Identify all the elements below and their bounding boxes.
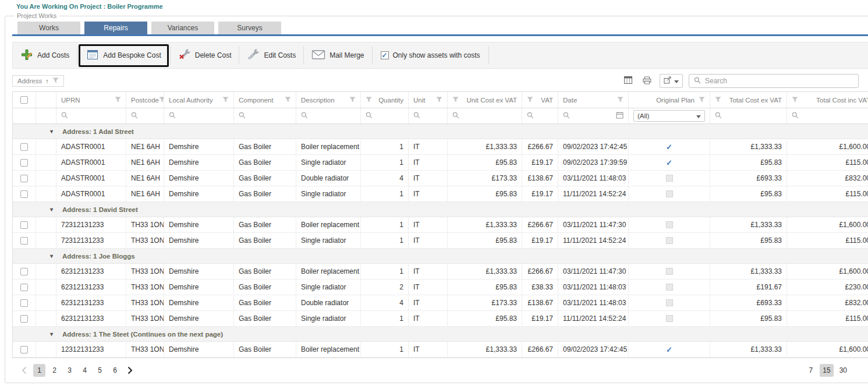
table-row[interactable]: 72312131233TH33 1ONDemshireGas BoilerSin…	[13, 233, 868, 249]
column-header-authority[interactable]: Local Authority	[164, 92, 234, 108]
select-all-checkbox[interactable]	[20, 96, 28, 104]
filter-icon-component[interactable]	[285, 97, 291, 104]
filter-cell-date[interactable]	[558, 108, 629, 123]
filter-icon-uprn[interactable]	[115, 97, 121, 104]
table-row[interactable]: 62312131233TH33 1ONDemshireGas BoilerDou…	[13, 295, 868, 311]
table-row[interactable]: 62312131233TH33 1ONDemshireGas BoilerSin…	[13, 311, 868, 327]
cell-original_plan[interactable]: ✓	[629, 139, 710, 155]
page-size-30[interactable]: 30	[837, 364, 850, 377]
original-plan-filter-dropdown[interactable]: (All)	[633, 110, 705, 122]
row-select-checkbox[interactable]	[20, 315, 28, 323]
cell-original_plan[interactable]	[629, 295, 710, 311]
filter-icon-postcode[interactable]	[159, 97, 164, 104]
row-select-checkbox[interactable]	[20, 268, 28, 275]
row-select-checkbox[interactable]	[20, 190, 28, 198]
column-header-unit[interactable]: Unit	[409, 92, 448, 108]
row-select-checkbox[interactable]	[20, 175, 28, 182]
filter-icon-authority[interactable]	[222, 97, 229, 104]
group-by-chip[interactable]: Address ↑	[12, 75, 64, 87]
print-button[interactable]	[640, 74, 654, 88]
pager-page-2[interactable]: 2	[48, 364, 61, 377]
table-row[interactable]: ADASTR0001NE1 6AHDemshireGas BoilerBoile…	[13, 139, 868, 155]
table-row[interactable]: ADASTR0001NE1 6AHDemshireGas BoilerSingl…	[13, 155, 868, 171]
only-show-assets-checkbox[interactable]: ✓Only show assets with costs	[373, 51, 488, 59]
pager-page-3[interactable]: 3	[63, 364, 76, 377]
pager-page-6[interactable]: 6	[109, 364, 121, 377]
funnel-icon[interactable]	[52, 77, 59, 84]
row-select-checkbox[interactable]	[20, 159, 28, 167]
collapse-arrow-icon[interactable]: ▾	[50, 206, 53, 213]
cell-original_plan[interactable]: ✓	[629, 155, 710, 171]
column-header-quantity[interactable]: Quantity	[361, 92, 409, 108]
row-select-checkbox[interactable]	[20, 346, 28, 353]
cell-original_plan[interactable]: ✓	[629, 342, 710, 358]
cell-original_plan[interactable]	[629, 280, 710, 295]
row-select-checkbox[interactable]	[20, 143, 28, 151]
tab-variances[interactable]: Variances	[151, 22, 214, 34]
pager-page-4[interactable]: 4	[79, 364, 91, 377]
table-row[interactable]: 12312131233TH33 1ONDemshireGas BoilerBoi…	[13, 342, 868, 358]
filter-cell-component[interactable]	[234, 108, 296, 123]
filter-icon-total_inc[interactable]	[792, 97, 798, 104]
pager-next-button[interactable]	[124, 366, 136, 374]
group-row[interactable]: ▾Address: 1 Adal Street	[13, 124, 868, 139]
column-header-component[interactable]: Component	[234, 92, 296, 108]
table-row[interactable]: ADASTR0001NE1 6AHDemshireGas BoilerDoubl…	[13, 171, 868, 186]
collapse-arrow-icon[interactable]: ▾	[50, 128, 53, 135]
search-input[interactable]	[705, 77, 853, 85]
cell-original_plan[interactable]	[629, 233, 710, 249]
filter-cell-description[interactable]	[296, 108, 361, 123]
delete-cost-button[interactable]: Delete Cost	[171, 45, 239, 66]
tab-surveys[interactable]: Surveys	[218, 22, 281, 34]
tab-works[interactable]: Works	[17, 22, 80, 34]
group-row[interactable]: ▾Address: 1 David Street	[13, 202, 868, 217]
table-row[interactable]: ADASTR0001NE1 6AHDemshireGas BoilerSingl…	[13, 186, 868, 202]
sort-asc-icon[interactable]: ↑	[45, 77, 49, 84]
column-chooser-button[interactable]	[622, 74, 635, 88]
table-row[interactable]: 62312131233TH33 1ONDemshireGas BoilerSin…	[13, 280, 868, 295]
add-bespoke-cost-button[interactable]: Add Bespoke Cost	[79, 44, 168, 67]
cell-original_plan[interactable]	[629, 171, 710, 186]
filter-icon-quantity[interactable]	[366, 97, 372, 104]
filter-icon-description[interactable]	[349, 97, 356, 104]
column-header-uprn[interactable]: UPRN	[56, 92, 126, 108]
filter-icon-original_plan[interactable]	[699, 97, 705, 104]
cell-original_plan[interactable]	[629, 311, 710, 327]
filter-cell-total_inc[interactable]	[787, 108, 868, 123]
pager-page-5[interactable]: 5	[94, 364, 106, 377]
filter-icon-vat[interactable]	[527, 97, 533, 104]
filter-cell-total_ex[interactable]	[710, 108, 787, 123]
column-header-date[interactable]: Date	[558, 92, 629, 108]
filter-cell-postcode[interactable]	[126, 108, 164, 123]
table-row[interactable]: 62312131233TH33 1ONDemshireGas BoilerBoi…	[13, 264, 868, 280]
row-select-checkbox[interactable]	[20, 237, 28, 245]
filter-icon-unit[interactable]	[436, 97, 442, 104]
row-select-checkbox[interactable]	[20, 284, 28, 291]
column-header-unit_cost[interactable]: Unit Cost ex VAT	[448, 92, 522, 108]
pager-page-1[interactable]: 1	[33, 364, 45, 377]
collapse-arrow-icon[interactable]: ▾	[50, 331, 53, 337]
page-size-15[interactable]: 15	[820, 364, 833, 377]
column-header-original_plan[interactable]: Original Plan	[629, 92, 710, 108]
filter-icon-unit_cost[interactable]	[452, 97, 459, 104]
table-row[interactable]: 72312131233TH33 1ONDemshireGas BoilerBoi…	[13, 217, 868, 233]
column-header-description[interactable]: Description	[296, 92, 361, 108]
cell-original_plan[interactable]	[629, 264, 710, 280]
group-row[interactable]: ▾Address: 1 The Steet (Continues on the …	[13, 327, 868, 342]
filter-cell-original_plan[interactable]: (All)	[629, 108, 710, 123]
row-select-checkbox[interactable]	[20, 221, 28, 229]
column-header-postcode[interactable]: Postcode	[126, 92, 164, 108]
filter-cell-unit[interactable]	[409, 108, 448, 123]
filter-icon-date[interactable]	[617, 97, 623, 104]
filter-cell-quantity[interactable]	[361, 108, 409, 123]
edit-costs-button[interactable]: Edit Costs	[239, 45, 303, 66]
filter-icon-total_ex[interactable]	[715, 97, 721, 104]
row-select-checkbox[interactable]	[20, 299, 28, 307]
collapse-arrow-icon[interactable]: ▾	[50, 253, 53, 259]
page-size-7[interactable]: 7	[805, 364, 817, 377]
add-costs-button[interactable]: Add Costs	[13, 45, 77, 66]
column-header-total_ex[interactable]: Total Cost ex VAT	[710, 92, 787, 108]
filter-cell-uprn[interactable]	[56, 108, 126, 123]
export-button[interactable]	[660, 74, 683, 88]
tab-repairs[interactable]: Repairs	[84, 22, 147, 34]
